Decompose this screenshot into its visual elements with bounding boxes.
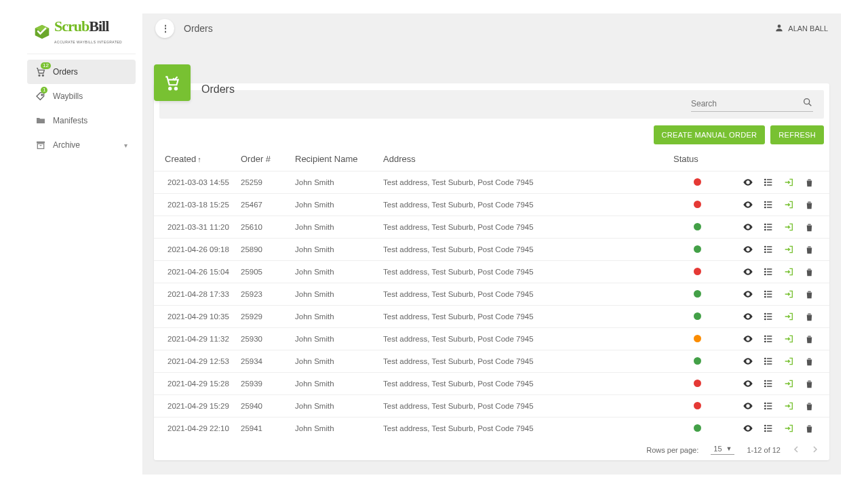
next-page-button[interactable] bbox=[812, 446, 818, 454]
delete-icon[interactable] bbox=[804, 266, 814, 277]
details-icon[interactable] bbox=[763, 311, 774, 322]
status-dot bbox=[694, 335, 701, 342]
view-icon[interactable] bbox=[743, 244, 753, 255]
delete-icon[interactable] bbox=[804, 244, 814, 255]
cell-address: Test address, Test Suburb, Post Code 794… bbox=[378, 306, 673, 328]
details-icon[interactable] bbox=[763, 244, 774, 255]
ship-icon[interactable] bbox=[783, 266, 794, 277]
svg-point-84 bbox=[765, 403, 766, 403]
details-icon[interactable] bbox=[763, 177, 774, 188]
ship-icon[interactable] bbox=[783, 356, 794, 367]
cell-address: Test address, Test Suburb, Post Code 794… bbox=[378, 328, 673, 350]
more-menu-button[interactable]: ⋮ bbox=[155, 19, 174, 38]
view-icon[interactable] bbox=[743, 378, 753, 389]
delete-icon[interactable] bbox=[804, 333, 814, 344]
cell-actions bbox=[721, 283, 829, 306]
svg-point-62 bbox=[747, 338, 749, 340]
delete-icon[interactable] bbox=[804, 356, 814, 367]
cell-recipient: John Smith bbox=[290, 328, 378, 350]
search-input[interactable] bbox=[691, 99, 797, 108]
details-icon[interactable] bbox=[763, 356, 774, 367]
prev-page-button[interactable] bbox=[793, 446, 800, 454]
delete-icon[interactable] bbox=[804, 311, 814, 322]
cell-recipient: John Smith bbox=[290, 261, 378, 283]
details-icon[interactable] bbox=[763, 266, 774, 277]
details-icon[interactable] bbox=[763, 289, 774, 300]
cell-status bbox=[673, 306, 721, 328]
details-icon[interactable] bbox=[763, 199, 774, 210]
view-icon[interactable] bbox=[743, 222, 753, 232]
details-icon[interactable] bbox=[763, 423, 774, 434]
ship-icon[interactable] bbox=[783, 311, 794, 322]
col-header-order[interactable]: Order # bbox=[235, 147, 290, 171]
cell-created: 2021-03-03 14:55 bbox=[154, 171, 235, 194]
view-icon[interactable] bbox=[743, 177, 753, 188]
delete-icon[interactable] bbox=[804, 423, 814, 434]
ship-icon[interactable] bbox=[783, 199, 794, 210]
details-icon[interactable] bbox=[763, 378, 774, 389]
view-icon[interactable] bbox=[743, 199, 753, 210]
svg-point-88 bbox=[765, 408, 766, 409]
user-chip[interactable]: ALAN BALL bbox=[774, 23, 828, 34]
ship-icon[interactable] bbox=[783, 333, 794, 344]
cell-recipient: John Smith bbox=[290, 418, 378, 440]
ship-icon[interactable] bbox=[783, 244, 794, 255]
delete-icon[interactable] bbox=[804, 401, 814, 411]
ship-icon[interactable] bbox=[783, 401, 794, 411]
create-manual-order-button[interactable]: CREATE MANUAL ORDER bbox=[654, 125, 766, 144]
view-icon[interactable] bbox=[743, 423, 753, 434]
rows-per-page-select[interactable]: 15 ▼ bbox=[711, 445, 734, 455]
sidebar-item-waybills[interactable]: 1Waybills bbox=[27, 84, 136, 108]
delete-icon[interactable] bbox=[804, 222, 814, 232]
col-header-status[interactable]: Status bbox=[673, 147, 721, 171]
col-header-created[interactable]: Created↑ bbox=[154, 147, 235, 171]
ship-icon[interactable] bbox=[783, 378, 794, 389]
view-icon[interactable] bbox=[743, 356, 753, 367]
cell-address: Test address, Test Suburb, Post Code 794… bbox=[378, 350, 673, 373]
view-icon[interactable] bbox=[743, 333, 753, 344]
sidebar-item-orders[interactable]: 12Orders bbox=[27, 60, 136, 84]
svg-point-42 bbox=[765, 268, 766, 269]
search-icon[interactable] bbox=[802, 97, 813, 110]
sidebar-item-manifests[interactable]: Manifests bbox=[27, 108, 136, 133]
cell-recipient: John Smith bbox=[290, 171, 378, 194]
delete-icon[interactable] bbox=[804, 378, 814, 389]
table-row: 2021-03-03 14:5525259John SmithTest addr… bbox=[154, 171, 829, 194]
details-icon[interactable] bbox=[763, 333, 774, 344]
chevron-down-icon: ▾ bbox=[124, 142, 127, 149]
view-icon[interactable] bbox=[743, 289, 753, 300]
svg-point-49 bbox=[765, 291, 766, 291]
delete-icon[interactable] bbox=[804, 199, 814, 210]
cell-created: 2021-04-26 15:04 bbox=[154, 261, 235, 283]
view-icon[interactable] bbox=[743, 401, 753, 411]
sidebar: ScrubBill Accurate Waybills Integrated 1… bbox=[27, 14, 136, 474]
svg-point-58 bbox=[765, 316, 766, 317]
view-icon[interactable] bbox=[743, 311, 753, 322]
tag-icon: 1 bbox=[35, 91, 46, 102]
page-range: 1-12 of 12 bbox=[747, 446, 781, 454]
sidebar-item-label: Manifests bbox=[53, 116, 87, 125]
delete-icon[interactable] bbox=[804, 177, 814, 188]
details-icon[interactable] bbox=[763, 222, 774, 232]
table-row: 2021-04-26 09:1825890John SmithTest addr… bbox=[154, 239, 829, 261]
refresh-button[interactable]: REFRESH bbox=[770, 125, 824, 144]
cell-actions bbox=[721, 328, 829, 350]
svg-point-18 bbox=[765, 184, 766, 185]
col-header-address[interactable]: Address bbox=[378, 147, 673, 171]
ship-icon[interactable] bbox=[783, 289, 794, 300]
details-icon[interactable] bbox=[763, 401, 774, 411]
ship-icon[interactable] bbox=[783, 177, 794, 188]
ship-icon[interactable] bbox=[783, 222, 794, 232]
view-icon[interactable] bbox=[743, 266, 753, 277]
cell-order: 25610 bbox=[235, 216, 290, 239]
ship-icon[interactable] bbox=[783, 423, 794, 434]
sidebar-item-archive[interactable]: Archive▾ bbox=[27, 133, 136, 157]
cart-icon: 12 bbox=[35, 66, 46, 77]
status-dot bbox=[694, 380, 701, 387]
svg-point-2 bbox=[39, 75, 40, 76]
status-dot bbox=[694, 290, 701, 298]
col-header-recipient[interactable]: Recipient Name bbox=[290, 147, 378, 171]
orders-tbody: 2021-03-03 14:5525259John SmithTest addr… bbox=[154, 171, 829, 440]
delete-icon[interactable] bbox=[804, 289, 814, 300]
svg-point-41 bbox=[747, 271, 749, 273]
